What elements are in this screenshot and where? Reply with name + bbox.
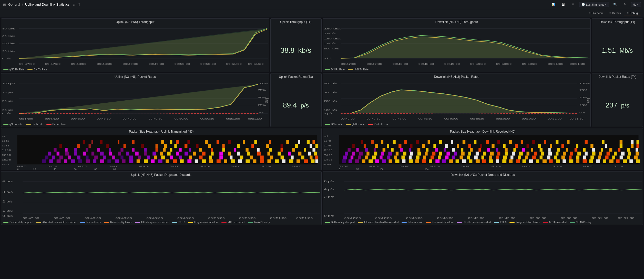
heatmap-downlink-title: Packet Size Heatmap - Downlink Received …	[323, 128, 643, 134]
svg-rect-305	[486, 140, 488, 144]
svg-rect-436	[474, 156, 478, 159]
svg-rect-362	[513, 148, 516, 152]
svg-rect-126	[89, 144, 91, 148]
svg-rect-476	[455, 159, 459, 163]
svg-rect-108	[118, 140, 119, 144]
svg-rect-189	[219, 152, 223, 155]
svg-text:09:48:00: 09:48:00	[71, 62, 87, 65]
svg-rect-225	[270, 156, 273, 159]
uplink-packet-rates-panel: Uplink (N3->N6) Packet Rates 100 p/s 75 …	[1, 73, 269, 127]
svg-rect-421	[365, 156, 368, 159]
svg-rect-144	[54, 148, 56, 152]
svg-rect-391	[446, 152, 450, 155]
uplink-throughput-tx-value-container: 38.8 kb/s	[280, 24, 311, 72]
svg-text:100: 100	[380, 168, 383, 170]
tab-debug-icon: ≡	[627, 12, 628, 15]
dl-legend-internal-error: Internal error	[402, 221, 422, 224]
tab-details[interactable]: ≡ Details	[606, 10, 624, 16]
uplink-packet-rates-tx-panel: Uplink Packet Rates (Tx) 89.4 p/s	[270, 73, 322, 127]
save-icon-btn[interactable]: 💾	[560, 1, 567, 8]
svg-rect-118	[254, 140, 257, 144]
tab-overview[interactable]: ≡ Overview	[586, 10, 606, 16]
svg-text:09:47:00: 09:47:00	[341, 62, 356, 65]
time-range-btn[interactable]: 🕐 Last 5 minutes ▾	[579, 2, 609, 7]
svg-text:09:49:30: 09:49:30	[470, 117, 484, 120]
svg-rect-329	[480, 144, 482, 148]
svg-rect-304	[474, 140, 476, 144]
svg-text:09:50:30: 09:50:30	[561, 217, 577, 219]
share-icon[interactable]: ⬆	[78, 3, 80, 6]
svg-rect-180	[144, 152, 147, 155]
svg-rect-269	[315, 159, 318, 163]
svg-rect-481	[489, 159, 493, 163]
svg-rect-378	[352, 152, 355, 155]
svg-rect-409	[577, 152, 581, 155]
svg-rect-260	[253, 159, 257, 163]
breadcrumb: ⊞ General / Uplink and Downlink Statisti…	[3, 3, 80, 7]
tab-debug[interactable]: ≡ Debug	[624, 10, 641, 16]
uplink-drops-panel: Uplink (N3->N6) Packet Drops and Discard…	[1, 171, 322, 225]
settings-icon-btn[interactable]: ⚙	[569, 1, 577, 8]
svg-rect-415	[621, 152, 625, 155]
svg-rect-157	[189, 148, 191, 152]
refresh-icon-btn[interactable]: ↻	[621, 1, 628, 8]
svg-rect-184	[176, 152, 179, 155]
svg-rect-494	[576, 159, 579, 163]
svg-rect-489	[542, 159, 546, 163]
svg-text:20: 20	[33, 168, 36, 170]
svg-rect-256	[224, 159, 227, 163]
tab-overview-icon: ≡	[589, 12, 590, 15]
svg-rect-133	[185, 144, 187, 148]
svg-rect-214	[161, 156, 165, 159]
svg-text:09:48:00: 09:48:00	[78, 165, 87, 168]
svg-rect-110	[161, 140, 164, 144]
dl-legend-frag-failure: Fragmentation failure	[509, 221, 540, 224]
svg-rect-255	[217, 159, 221, 163]
svg-text:09:47:00: 09:47:00	[344, 217, 361, 219]
search-icon-btn[interactable]: 🔍	[611, 1, 619, 8]
svg-rect-240	[107, 159, 111, 163]
svg-text:09:51:00: 09:51:00	[591, 217, 608, 219]
downlink-throughput-chart: 2.50 Mb/s 2 Mb/s 1.50 Mb/s 1 Mb/s 500 kb…	[323, 24, 591, 68]
svg-text:09:48:30: 09:48:30	[437, 217, 454, 219]
time-range-label: Last 5 minutes	[586, 3, 605, 6]
svg-rect-253	[202, 159, 206, 163]
chart-icon-btn[interactable]: 📊	[550, 1, 557, 8]
svg-rect-486	[522, 159, 526, 163]
svg-rect-459	[342, 159, 346, 163]
svg-rect-231	[42, 159, 46, 163]
svg-rect-106	[91, 140, 93, 144]
svg-rect-195	[278, 152, 281, 155]
refresh-interval-btn[interactable]: 5s ▾	[631, 2, 641, 7]
svg-rect-244	[137, 159, 140, 163]
svg-rect-420	[358, 156, 361, 159]
svg-text:64.0 B: 64.0 B	[2, 163, 9, 166]
svg-text:09:47:00: 09:47:00	[19, 62, 35, 65]
svg-rect-444	[532, 156, 536, 159]
svg-rect-491	[556, 159, 560, 163]
svg-text:60 kb/s: 60 kb/s	[2, 35, 15, 37]
svg-rect-173	[83, 152, 86, 155]
svg-rect-112	[176, 140, 179, 144]
svg-rect-485	[516, 159, 520, 163]
svg-rect-310	[544, 140, 546, 144]
svg-rect-207	[103, 156, 106, 159]
svg-text:80 kb/s: 80 kb/s	[2, 27, 15, 30]
svg-rect-354	[444, 148, 446, 152]
svg-rect-233	[57, 159, 61, 163]
svg-rect-140	[281, 144, 283, 148]
svg-rect-217	[189, 156, 192, 159]
uplink-throughput-legend: gNB Rx Rate DN Tx Rate	[1, 68, 269, 72]
svg-rect-416	[628, 152, 631, 155]
svg-rect-424	[387, 156, 390, 159]
legend-no-arp: No ARP entry	[248, 221, 270, 224]
svg-text:09:49:30: 09:49:30	[492, 165, 500, 168]
svg-rect-186	[193, 152, 196, 155]
svg-rect-441	[510, 156, 513, 159]
svg-rect-367	[557, 148, 560, 152]
svg-rect-164	[269, 148, 272, 152]
star-icon[interactable]: ☆	[73, 3, 76, 6]
svg-rect-149	[109, 148, 111, 152]
svg-rect-206	[94, 156, 98, 159]
svg-rect-417	[636, 152, 639, 155]
